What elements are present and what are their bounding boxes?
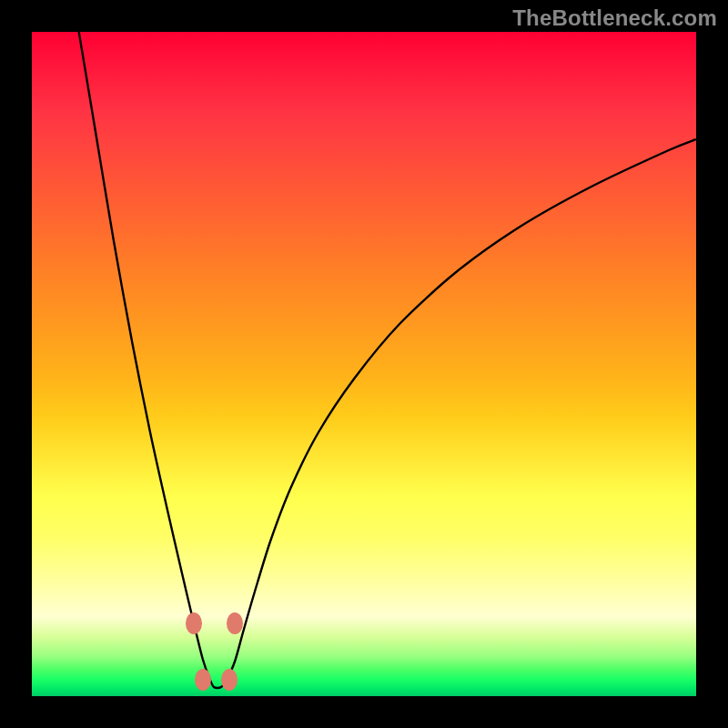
curve-path (77, 32, 696, 688)
plot-area (32, 32, 696, 696)
optimal-zone-markers (186, 612, 243, 691)
marker-dot (227, 612, 243, 634)
marker-dot (221, 669, 238, 691)
chart-frame: TheBottleneck.com (0, 0, 728, 728)
watermark-text: TheBottleneck.com (512, 5, 717, 31)
marker-dot (195, 669, 211, 691)
marker-dot (186, 612, 202, 634)
bottleneck-curve (32, 32, 696, 696)
